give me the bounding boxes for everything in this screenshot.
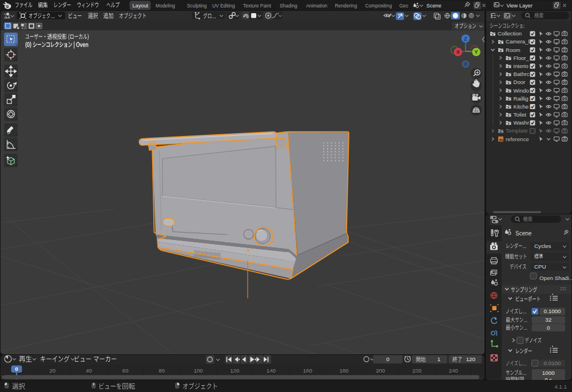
svg-text:4.1.1: 4.1.1 bbox=[554, 383, 567, 390]
svg-text:0: 0 bbox=[547, 325, 550, 331]
svg-text:Animation: Animation bbox=[306, 3, 328, 9]
svg-text:Scene: Scene bbox=[515, 230, 532, 237]
svg-text:Door: Door bbox=[514, 79, 526, 85]
svg-text:interio: interio bbox=[514, 63, 529, 69]
svg-text:UV Editing: UV Editing bbox=[212, 3, 235, 9]
svg-text:Compositing: Compositing bbox=[366, 3, 392, 9]
svg-text:Scene: Scene bbox=[427, 3, 442, 9]
svg-text:Z: Z bbox=[464, 36, 467, 42]
svg-text:Y: Y bbox=[475, 49, 478, 55]
svg-text:0: 0 bbox=[15, 366, 18, 372]
svg-text:Geo: Geo bbox=[399, 3, 408, 9]
svg-text:Shading: Shading bbox=[280, 3, 297, 9]
svg-text:0.1000: 0.1000 bbox=[544, 308, 562, 314]
svg-text:Kitche: Kitche bbox=[514, 103, 529, 110]
svg-text:1000: 1000 bbox=[542, 370, 555, 376]
svg-text:1: 1 bbox=[438, 356, 440, 362]
svg-text:View Layer: View Layer bbox=[507, 3, 533, 9]
svg-text:Texture Paint: Texture Paint bbox=[243, 3, 272, 9]
svg-text:Rendering: Rendering bbox=[335, 3, 357, 9]
svg-text:Cycles: Cycles bbox=[534, 243, 551, 249]
svg-text:Toilet: Toilet bbox=[514, 111, 527, 118]
svg-text:Bathrc: Bathrc bbox=[514, 71, 530, 77]
svg-text:Camera_li: Camera_li bbox=[506, 38, 531, 45]
svg-text:Open Shadi...: Open Shadi... bbox=[539, 275, 572, 281]
svg-text:reference: reference bbox=[506, 136, 529, 142]
svg-text:0: 0 bbox=[386, 356, 390, 362]
svg-text:0.0100: 0.0100 bbox=[544, 360, 562, 366]
svg-text:Raillig: Raillig bbox=[514, 95, 529, 102]
svg-text:120: 120 bbox=[466, 356, 476, 362]
svg-text:Windo: Windo bbox=[514, 87, 529, 94]
svg-text:Room: Room bbox=[506, 47, 521, 53]
svg-text:Template: Template bbox=[506, 127, 528, 134]
svg-text:Washr: Washr bbox=[514, 119, 530, 126]
svg-text:X: X bbox=[456, 49, 460, 55]
svg-text:Modeling: Modeling bbox=[156, 3, 175, 9]
svg-text:32: 32 bbox=[545, 317, 551, 323]
svg-text:Floor_: Floor_ bbox=[514, 55, 530, 61]
svg-text:Collection: Collection bbox=[498, 30, 522, 37]
svg-text:Layout: Layout bbox=[133, 3, 149, 9]
svg-text:Sculpting: Sculpting bbox=[187, 3, 207, 9]
svg-text:CPU: CPU bbox=[534, 263, 546, 270]
